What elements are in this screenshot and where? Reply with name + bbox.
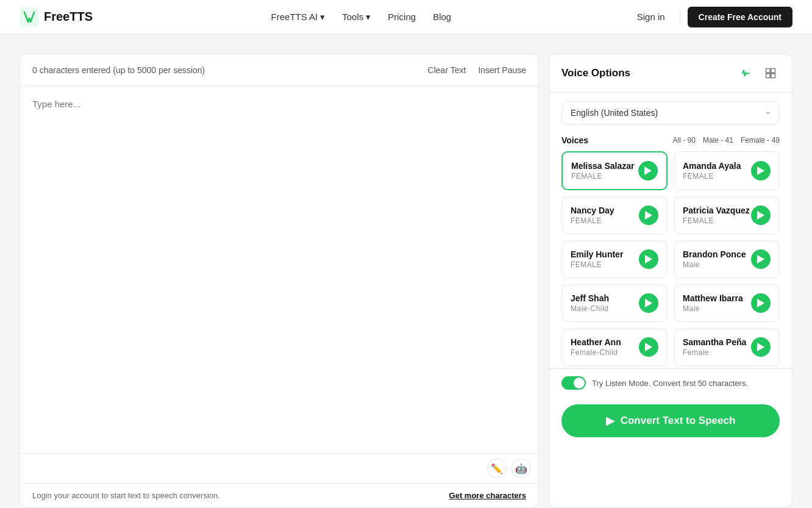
voice-info: Jeff Shah Male-Child [571,293,609,313]
listen-mode-toggle[interactable] [561,376,586,390]
text-input-panel: 0 characters entered (up to 5000 per ses… [20,54,539,508]
voice-info: Heather Ann Female-Child [571,337,621,357]
grid-icon-button[interactable] [761,64,780,82]
voice-play-button[interactable] [751,293,771,313]
voice-name: Jeff Shah [571,293,609,303]
waveform-icon-button[interactable] [737,64,755,82]
svg-rect-1 [766,69,771,73]
text-tools-row: ✏️ 🤖 [20,453,538,483]
svg-rect-2 [771,69,775,73]
voice-options-title: Voice Options [561,67,630,79]
voice-gender: FEMALE [683,216,750,225]
voice-options-header: Voice Options [549,54,792,93]
voice-name: Patricia Vazquez [683,206,750,215]
voice-play-button[interactable] [639,337,658,357]
nav-link-blog[interactable]: Blog [433,12,451,22]
voice-gender: FEMALE [571,216,614,225]
voice-play-button[interactable] [639,206,658,225]
play-icon [644,166,652,175]
convert-text-to-speech-button[interactable]: ▶ Convert Text to Speech [561,404,780,437]
voice-play-button[interactable] [639,249,658,269]
edit-tool-button[interactable]: ✏️ [487,459,507,478]
main-container: 0 characters entered (up to 5000 per ses… [0,34,812,508]
voice-card-patricia-vazquez[interactable]: Patricia Vazquez FEMALE [674,196,780,234]
voice-card-jeff-shah[interactable]: Jeff Shah Male-Child [561,284,668,322]
get-more-characters-link[interactable]: Get more characters [449,491,526,500]
filter-female[interactable]: Female - 49 [741,136,780,145]
logo-icon [20,7,39,27]
voice-gender: Male [683,304,743,313]
play-icon [645,299,652,307]
create-account-button[interactable]: Create Free Account [688,7,792,27]
voice-name: Samantha Peña [683,337,746,347]
chevron-down-icon: ▾ [320,12,325,23]
chevron-down-icon: ▾ [366,12,371,23]
toggle-knob [574,377,585,388]
language-select[interactable]: English (United States) English (UK) Spa… [561,101,780,124]
play-icon [645,343,652,351]
voice-play-button[interactable] [751,337,771,357]
voice-info: Samantha Peña Female [683,337,746,357]
voice-card-nancy-day[interactable]: Nancy Day FEMALE [561,196,668,234]
voice-info: Amanda Ayala FEMALE [683,161,741,181]
insert-pause-button[interactable]: Insert Pause [478,63,526,77]
ai-tool-button[interactable]: 🤖 [511,459,531,478]
text-panel-header: 0 characters entered (up to 5000 per ses… [20,54,538,87]
voice-gender: Male [683,260,746,269]
footer-login-text: Login your account to start text to spee… [32,491,220,500]
voice-play-button[interactable] [751,249,771,269]
voice-play-button[interactable] [638,161,658,181]
text-panel-footer: Login your account to start text to spee… [20,483,538,507]
filter-all[interactable]: All - 90 [673,136,696,145]
voice-card-melissa-salazar[interactable]: Melissa Salazar FEMALE [561,151,668,190]
text-input[interactable] [20,87,538,453]
nav-divider [680,10,680,24]
listen-mode-row: Try Listen Mode. Convert first 50 charac… [549,368,792,397]
nav-logo[interactable]: FreeTTS [20,7,93,27]
voice-gender: FEMALE [571,260,623,269]
voices-filter-row: Voices All - 90 Male - 41 Female - 49 [549,133,792,151]
voice-play-button[interactable] [639,293,658,313]
character-count: 0 characters entered (up to 5000 per ses… [32,65,205,75]
signin-button[interactable]: Sign in [630,7,672,27]
voice-card-samantha-peña[interactable]: Samantha Peña Female [674,328,780,366]
play-icon [645,255,652,263]
voice-name: Amanda Ayala [683,161,741,171]
voice-card-amanda-ayala[interactable]: Amanda Ayala FEMALE [674,151,780,190]
voices-label: Voices [561,135,588,145]
voice-gender: Female [683,348,746,357]
voice-info: Patricia Vazquez FEMALE [683,206,750,225]
voices-grid: Melissa Salazar FEMALE Amanda Ayala FEMA… [549,151,792,366]
language-selector-wrapper: English (United States) English (UK) Spa… [549,93,792,133]
voice-card-heather-ann[interactable]: Heather Ann Female-Child [561,328,668,366]
filter-male[interactable]: Male - 41 [703,136,733,145]
nav-right-actions: Sign in Create Free Account [630,7,792,27]
clear-text-button[interactable]: Clear Text [428,63,466,77]
nav-link-pricing[interactable]: Pricing [388,12,416,22]
voice-info: Melissa Salazar FEMALE [571,161,635,181]
nav-link-freettsai[interactable]: FreeTTS AI ▾ [271,12,326,23]
voice-info: Emily Hunter FEMALE [571,249,623,269]
voice-gender: FEMALE [683,172,741,181]
voice-name: Brandon Ponce [683,249,746,259]
logo-text: FreeTTS [44,10,93,24]
voice-name: Matthew Ibarra [683,293,743,303]
play-icon [757,211,764,220]
voices-scroll-area: Melissa Salazar FEMALE Amanda Ayala FEMA… [549,151,792,366]
voice-card-matthew-ibarra[interactable]: Matthew Ibarra Male [674,284,780,322]
voice-name: Heather Ann [571,337,621,347]
nav-links: FreeTTS AI ▾ Tools ▾ Pricing Blog [271,12,452,23]
voice-card-emily-hunter[interactable]: Emily Hunter FEMALE [561,240,668,278]
voices-filter-options: All - 90 Male - 41 Female - 49 [673,136,780,145]
play-icon [645,211,652,220]
header-actions: Clear Text Insert Pause [428,63,526,77]
listen-mode-text: Try Listen Mode. Convert first 50 charac… [592,379,748,388]
svg-rect-4 [771,74,775,78]
voice-card-brandon-ponce[interactable]: Brandon Ponce Male [674,240,780,278]
voice-gender: Female-Child [571,348,621,357]
play-icon [757,343,764,351]
voice-gender: Male-Child [571,304,609,313]
nav-link-tools[interactable]: Tools ▾ [342,12,371,23]
voice-play-button[interactable] [751,206,771,225]
voice-play-button[interactable] [751,161,771,181]
